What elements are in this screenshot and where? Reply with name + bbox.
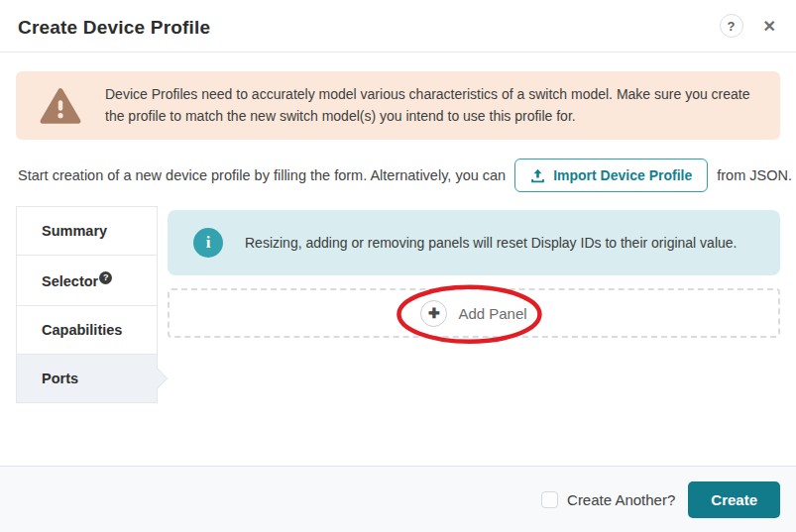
modal-footer: Create Another? Create — [0, 466, 796, 532]
tab-ports-label: Ports — [42, 371, 78, 386]
add-panel-label: Add Panel — [458, 305, 526, 322]
tab-ports[interactable]: Ports — [16, 354, 158, 403]
create-button-label: Create — [711, 491, 757, 508]
selector-help-icon[interactable]: ? — [99, 271, 112, 284]
tab-capabilities-label: Capabilities — [42, 322, 122, 338]
close-glyph: ✕ — [763, 18, 776, 35]
close-icon[interactable]: ✕ — [763, 17, 776, 37]
tab-selector-label: Selector — [42, 273, 98, 289]
add-panel-dropzone: ✚ Add Panel — [168, 288, 780, 338]
create-another-label: Create Another? — [567, 491, 675, 508]
create-another-checkbox-wrap[interactable]: Create Another? — [541, 491, 675, 508]
import-device-profile-button[interactable]: Import Device Profile — [514, 159, 708, 192]
info-banner: i Resizing, adding or removing panels wi… — [168, 210, 780, 275]
modal-header: Create Device Profile ? ✕ — [0, 0, 796, 53]
tab-capabilities[interactable]: Capabilities — [16, 305, 158, 355]
tab-selector[interactable]: Selector? — [16, 255, 158, 306]
plus-icon: ✚ — [420, 300, 447, 327]
plus-glyph: ✚ — [428, 305, 440, 321]
page-title: Create Device Profile — [18, 17, 720, 39]
intro-text-before: Start creation of a new device profile b… — [18, 167, 506, 183]
tab-summary[interactable]: Summary — [16, 206, 158, 256]
ports-tab-content: i Resizing, adding or removing panels wi… — [168, 210, 780, 338]
create-button[interactable]: Create — [688, 481, 780, 518]
help-glyph: ? — [728, 19, 736, 34]
upload-icon — [530, 168, 545, 183]
warning-triangle-icon — [40, 87, 81, 125]
tab-summary-label: Summary — [42, 223, 107, 239]
info-text: Resizing, adding or removing panels will… — [245, 235, 737, 251]
tab-list: Summary Selector? Capabilities Ports — [16, 206, 158, 403]
warning-text: Device Profiles need to accurately model… — [105, 84, 754, 127]
info-icon: i — [193, 228, 223, 258]
create-another-checkbox[interactable] — [541, 491, 558, 508]
info-icon-glyph: i — [206, 233, 211, 253]
warning-banner: Device Profiles need to accurately model… — [16, 71, 780, 140]
add-panel-button[interactable]: ✚ Add Panel — [420, 300, 526, 327]
import-button-label: Import Device Profile — [553, 167, 692, 183]
intro-row: Start creation of a new device profile b… — [18, 159, 780, 192]
help-icon[interactable]: ? — [720, 14, 743, 38]
intro-text-after: from JSON. — [717, 167, 792, 183]
main-row: Summary Selector? Capabilities Ports i R… — [16, 206, 780, 403]
